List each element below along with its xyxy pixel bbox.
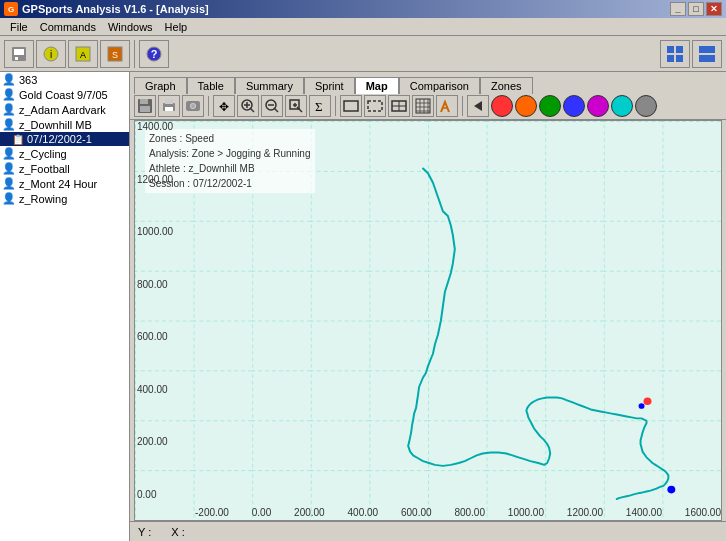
svg-text:✥: ✥ bbox=[219, 100, 229, 114]
svg-text:A: A bbox=[80, 50, 86, 60]
map-color-green[interactable] bbox=[539, 95, 561, 117]
svg-line-32 bbox=[274, 108, 278, 112]
toolbar-sep-1 bbox=[134, 40, 135, 68]
sidebar: 👤 363 👤 Gold Coast 9/7/05 👤 z_Adam Aardv… bbox=[0, 72, 130, 541]
svg-rect-13 bbox=[667, 55, 674, 62]
map-color-orange[interactable] bbox=[515, 95, 537, 117]
toolbar-btn-4[interactable]: S bbox=[100, 40, 130, 68]
svg-line-28 bbox=[250, 108, 254, 112]
svg-text:S: S bbox=[112, 50, 118, 60]
person-icon-7: 👤 bbox=[2, 177, 16, 190]
sidebar-item-cycling[interactable]: 👤 z_Cycling bbox=[0, 146, 129, 161]
session-icon: 📋 bbox=[12, 134, 24, 145]
toolbar-btn-1[interactable] bbox=[4, 40, 34, 68]
sidebar-item-rowing[interactable]: 👤 z_Rowing bbox=[0, 191, 129, 206]
tab-summary[interactable]: Summary bbox=[235, 77, 304, 94]
sidebar-item-football[interactable]: 👤 z_Football bbox=[0, 161, 129, 176]
menu-file[interactable]: File bbox=[4, 20, 34, 34]
chart-info: Zones : Speed Analysis: Zone > Jogging &… bbox=[145, 129, 315, 193]
chart-analysis: Analysis: Zone > Jogging & Running bbox=[149, 146, 311, 161]
sidebar-item-downhill[interactable]: 👤 z_Downhill MB bbox=[0, 117, 129, 132]
toolbar-right-1[interactable] bbox=[660, 40, 690, 68]
maximize-button[interactable]: □ bbox=[688, 2, 704, 16]
map-print-btn[interactable] bbox=[158, 95, 180, 117]
svg-rect-18 bbox=[140, 99, 148, 104]
tab-zones[interactable]: Zones bbox=[480, 77, 533, 94]
map-sigma-btn[interactable]: Σ bbox=[309, 95, 331, 117]
svg-rect-2 bbox=[15, 57, 18, 60]
window-controls: _ □ ✕ bbox=[670, 2, 722, 16]
menu-bar: File Commands Windows Help bbox=[0, 18, 726, 36]
map-zoom-rect-btn[interactable] bbox=[285, 95, 307, 117]
sidebar-item-adam[interactable]: 👤 z_Adam Aardvark bbox=[0, 102, 129, 117]
person-icon: 👤 bbox=[2, 73, 16, 86]
map-sep-3 bbox=[462, 96, 463, 116]
person-icon-6: 👤 bbox=[2, 162, 16, 175]
person-icon-8: 👤 bbox=[2, 192, 16, 205]
svg-text:Σ: Σ bbox=[315, 99, 323, 114]
toolbar-btn-help[interactable]: ? bbox=[139, 40, 169, 68]
title-bar: G GPSports Analysis V1.6 - [Analysis] _ … bbox=[0, 0, 726, 18]
tab-graph[interactable]: Graph bbox=[134, 77, 187, 94]
menu-commands[interactable]: Commands bbox=[34, 20, 102, 34]
map-color-purple[interactable] bbox=[587, 95, 609, 117]
toolbar-btn-2[interactable]: i bbox=[36, 40, 66, 68]
map-grid-btn[interactable] bbox=[412, 95, 434, 117]
svg-rect-14 bbox=[676, 55, 683, 62]
map-draw-btn[interactable] bbox=[436, 95, 458, 117]
svg-rect-1 bbox=[14, 49, 24, 55]
svg-rect-40 bbox=[368, 101, 382, 111]
svg-rect-12 bbox=[676, 46, 683, 53]
map-save-btn[interactable] bbox=[134, 95, 156, 117]
svg-rect-16 bbox=[699, 55, 715, 62]
map-zoom-in-btn[interactable] bbox=[237, 95, 259, 117]
map-rect2-btn[interactable] bbox=[364, 95, 386, 117]
sidebar-item-363[interactable]: 👤 363 bbox=[0, 72, 129, 87]
window-title: GPSports Analysis V1.6 - [Analysis] bbox=[22, 3, 209, 15]
tab-comparison[interactable]: Comparison bbox=[399, 77, 480, 94]
map-zoom-out-btn[interactable] bbox=[261, 95, 283, 117]
svg-point-25 bbox=[191, 104, 195, 108]
status-y-label: Y : bbox=[138, 526, 151, 538]
map-photo-btn[interactable] bbox=[182, 95, 204, 117]
map-color-red[interactable] bbox=[491, 95, 513, 117]
person-icon-5: 👤 bbox=[2, 147, 16, 160]
status-bar: Y : X : bbox=[130, 521, 726, 541]
chart-area[interactable]: Zones : Speed Analysis: Zone > Jogging &… bbox=[134, 120, 722, 521]
map-color-blue[interactable] bbox=[563, 95, 585, 117]
map-rect3-btn[interactable] bbox=[388, 95, 410, 117]
toolbar-right-2[interactable] bbox=[692, 40, 722, 68]
svg-rect-15 bbox=[699, 46, 715, 53]
person-icon-2: 👤 bbox=[2, 88, 16, 101]
svg-rect-22 bbox=[165, 107, 173, 111]
minimize-button[interactable]: _ bbox=[670, 2, 686, 16]
main-area: 👤 363 👤 Gold Coast 9/7/05 👤 z_Adam Aardv… bbox=[0, 72, 726, 541]
sidebar-item-mont24[interactable]: 👤 z_Mont 24 Hour bbox=[0, 176, 129, 191]
svg-text:i: i bbox=[50, 49, 52, 60]
close-button[interactable]: ✕ bbox=[706, 2, 722, 16]
tab-bar: Graph Table Summary Sprint Map Compariso… bbox=[130, 72, 726, 93]
sidebar-item-session[interactable]: 📋 07/12/2002-1 bbox=[0, 132, 129, 146]
svg-rect-39 bbox=[344, 101, 358, 111]
toolbar: i A S ? bbox=[0, 36, 726, 72]
menu-windows[interactable]: Windows bbox=[102, 20, 159, 34]
map-arrow-left-btn[interactable] bbox=[467, 95, 489, 117]
chart-session: Session : 07/12/2002-1 bbox=[149, 176, 311, 191]
map-toolbar: ✥ Σ bbox=[130, 93, 726, 120]
menu-help[interactable]: Help bbox=[159, 20, 194, 34]
map-color-gray[interactable] bbox=[635, 95, 657, 117]
toolbar-btn-3[interactable]: A bbox=[68, 40, 98, 68]
svg-rect-21 bbox=[165, 99, 173, 104]
tab-map[interactable]: Map bbox=[355, 77, 399, 94]
tab-table[interactable]: Table bbox=[187, 77, 235, 94]
chart-zones: Zones : Speed bbox=[149, 131, 311, 146]
map-move-btn[interactable]: ✥ bbox=[213, 95, 235, 117]
svg-marker-52 bbox=[474, 101, 482, 111]
svg-point-56 bbox=[639, 403, 645, 409]
map-rect1-btn[interactable] bbox=[340, 95, 362, 117]
app-icon: G bbox=[4, 2, 18, 16]
status-x-label: X : bbox=[171, 526, 184, 538]
tab-sprint[interactable]: Sprint bbox=[304, 77, 355, 94]
map-color-cyan[interactable] bbox=[611, 95, 633, 117]
sidebar-item-gold-coast[interactable]: 👤 Gold Coast 9/7/05 bbox=[0, 87, 129, 102]
